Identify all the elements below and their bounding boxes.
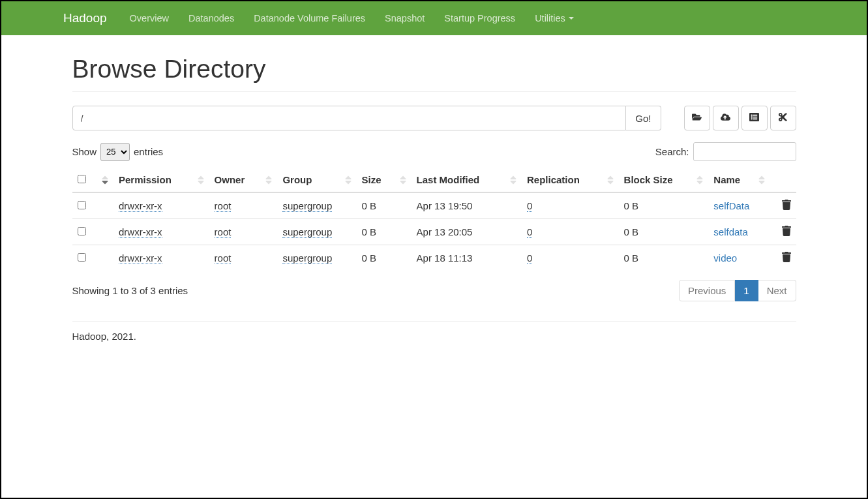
trash-icon[interactable] <box>782 227 791 238</box>
nav-datanodes[interactable]: Datanodes <box>179 3 244 34</box>
table-controls: Show 25 entries Search: <box>72 142 796 161</box>
next-button[interactable]: Next <box>758 280 796 301</box>
name-link[interactable]: selfData <box>713 200 749 211</box>
file-table: Permission Owner Group Size Last Modifie… <box>72 168 796 271</box>
select-all-checkbox[interactable] <box>78 175 86 183</box>
col-permission[interactable]: Permission <box>113 168 209 192</box>
page-title: Browse Directory <box>72 55 796 83</box>
sort-icon <box>606 175 615 185</box>
modified-cell: Apr 13 20:05 <box>412 219 522 245</box>
search-label: Search: <box>655 146 689 157</box>
col-modified[interactable]: Last Modified <box>412 168 522 192</box>
owner-cell[interactable]: root <box>215 200 232 212</box>
sort-icon <box>695 175 704 185</box>
copyright-text: Hadoop, 2021. <box>72 331 796 342</box>
size-cell: 0 B <box>357 192 412 219</box>
page-1-button[interactable]: 1 <box>735 280 758 301</box>
upload-button[interactable] <box>713 106 739 130</box>
nav-overview[interactable]: Overview <box>120 3 179 34</box>
nav-utilities[interactable]: Utilities <box>525 3 584 34</box>
path-row: Go! <box>72 106 796 130</box>
sort-icon <box>509 175 518 185</box>
navbar-brand[interactable]: Hadoop <box>63 11 107 25</box>
upload-icon <box>721 112 730 124</box>
table-row: drwxr-xr-xrootsupergroup0 BApr 13 19:500… <box>72 192 796 219</box>
length-control: Show 25 entries <box>72 143 164 161</box>
divider <box>72 321 796 322</box>
group-cell[interactable]: supergroup <box>282 252 332 264</box>
size-cell: 0 B <box>357 245 412 271</box>
showing-info: Showing 1 to 3 of 3 entries <box>72 285 188 296</box>
search-control: Search: <box>655 142 796 161</box>
replication-cell[interactable]: 0 <box>527 200 532 212</box>
group-cell[interactable]: supergroup <box>282 226 332 238</box>
replication-cell[interactable]: 0 <box>527 226 532 238</box>
table-row: drwxr-xr-xrootsupergroup0 BApr 13 20:050… <box>72 219 796 245</box>
trash-icon[interactable] <box>782 201 791 212</box>
table-row: drwxr-xr-xrootsupergroup0 BApr 18 11:130… <box>72 245 796 271</box>
search-input[interactable] <box>693 142 796 161</box>
owner-cell[interactable]: root <box>215 226 232 238</box>
col-owner[interactable]: Owner <box>209 168 278 192</box>
nav-volume-failures[interactable]: Datanode Volume Failures <box>244 3 375 34</box>
list-icon <box>749 112 759 124</box>
blocksize-cell: 0 B <box>619 245 709 271</box>
cut-icon <box>778 112 788 124</box>
open-folder-button[interactable] <box>684 106 710 130</box>
sort-icon <box>757 175 766 185</box>
col-size[interactable]: Size <box>357 168 412 192</box>
navbar: Hadoop Overview Datanodes Datanode Volum… <box>1 1 867 35</box>
toolbar-buttons <box>684 106 796 130</box>
row-checkbox[interactable] <box>78 201 86 209</box>
size-cell: 0 B <box>357 219 412 245</box>
sort-icon <box>398 175 408 185</box>
col-blocksize[interactable]: Block Size <box>619 168 709 192</box>
col-replication[interactable]: Replication <box>522 168 619 192</box>
nav-startup-progress[interactable]: Startup Progress <box>434 3 525 34</box>
replication-cell[interactable]: 0 <box>527 252 532 264</box>
group-cell[interactable]: supergroup <box>282 200 332 212</box>
entries-label: entries <box>134 146 163 157</box>
owner-cell[interactable]: root <box>215 252 232 264</box>
permission-cell[interactable]: drwxr-xr-x <box>119 252 162 264</box>
modified-cell: Apr 13 19:50 <box>412 192 522 219</box>
previous-button[interactable]: Previous <box>679 280 735 301</box>
modified-cell: Apr 18 11:13 <box>412 245 522 271</box>
blocksize-cell: 0 B <box>619 192 709 219</box>
sort-icon <box>264 175 273 185</box>
sort-icon[interactable] <box>100 175 110 185</box>
permission-cell[interactable]: drwxr-xr-x <box>119 200 162 212</box>
nav-utilities-label: Utilities <box>535 13 565 23</box>
permission-cell[interactable]: drwxr-xr-x <box>119 226 162 238</box>
show-label: Show <box>72 146 97 157</box>
row-checkbox[interactable] <box>78 227 86 235</box>
chevron-down-icon <box>569 17 574 20</box>
nav-snapshot[interactable]: Snapshot <box>375 3 434 34</box>
page-size-select[interactable]: 25 <box>100 143 130 161</box>
path-input[interactable] <box>72 106 627 130</box>
row-checkbox[interactable] <box>78 253 86 262</box>
cut-button[interactable] <box>770 106 796 130</box>
page-header: Browse Directory <box>72 35 796 91</box>
name-link[interactable]: selfdata <box>713 226 748 237</box>
pagination: Previous 1 Next <box>679 280 796 301</box>
sort-icon <box>196 175 205 185</box>
folder-open-icon <box>692 112 702 124</box>
go-button[interactable]: Go! <box>626 106 661 130</box>
col-group[interactable]: Group <box>277 168 356 192</box>
col-name[interactable]: Name <box>708 168 770 192</box>
trash-icon[interactable] <box>782 253 791 264</box>
table-footer: Showing 1 to 3 of 3 entries Previous 1 N… <box>72 280 796 301</box>
divider <box>72 91 796 92</box>
list-button[interactable] <box>741 106 768 130</box>
path-input-group: Go! <box>72 106 661 130</box>
name-link[interactable]: video <box>713 252 737 264</box>
blocksize-cell: 0 B <box>619 219 709 245</box>
sort-icon <box>344 175 353 185</box>
